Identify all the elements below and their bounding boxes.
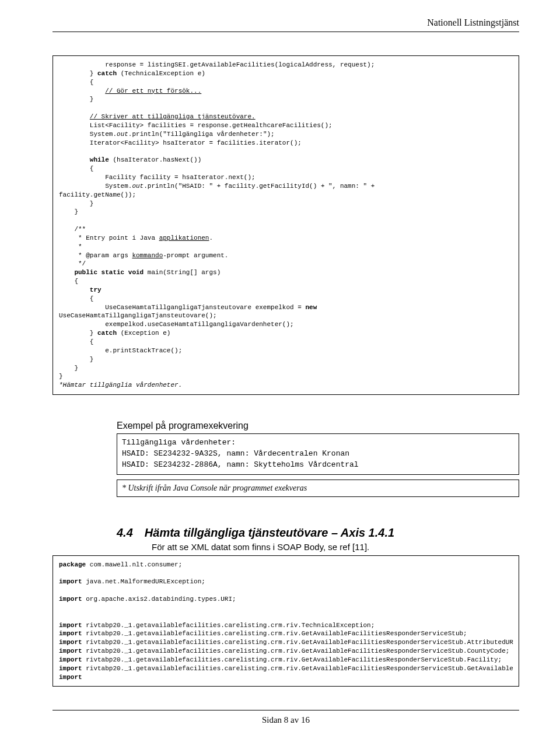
javadoc-line: * @param args <box>59 252 132 259</box>
code-line: java.net.MalformedURLException; <box>82 578 205 585</box>
code-line <box>59 286 90 293</box>
console-output-note-box: * Utskrift ifrån Java Console när progra… <box>117 480 519 497</box>
code-line: com.mawell.nlt.consumer; <box>86 561 182 568</box>
code-line: main(String[] args) <box>144 269 220 276</box>
code-line: UseCaseHamtaTillgangligaTjansteutovare()… <box>59 312 217 319</box>
heading-number: 4.4 <box>117 526 133 539</box>
console-line: HSAID: SE234232-9A32S, namn: Vårdecentra… <box>122 449 349 458</box>
code-line: (hsaIterator.hasNext()) <box>109 156 201 163</box>
code-line: { <box>59 295 93 302</box>
javadoc-underline: applikationen <box>159 235 209 242</box>
keyword-try: try <box>90 286 102 293</box>
javadoc-line: /** <box>59 226 86 233</box>
javadoc-line: * <box>59 243 82 250</box>
code-block-1: response = listingSEI.getAvailableFacili… <box>52 55 519 395</box>
code-line: { <box>59 165 93 172</box>
code-line: } <box>59 96 93 103</box>
code-line: System. <box>59 183 132 190</box>
keyword-public-static-void: public static void <box>74 269 144 276</box>
code-line: rivtabp20._1.getavailablefacilities.care… <box>82 639 513 646</box>
code-block-2: package com.mawell.nlt.consumer; import … <box>52 555 519 687</box>
code-line: response = listingSEI.getAvailableFacili… <box>59 61 374 68</box>
keyword-package: package <box>59 561 86 568</box>
comment: // Skriver att tillgängliga tjänsteutöva… <box>90 113 256 120</box>
code-line: Facility facility = hsaIterator.next(); <box>59 174 256 181</box>
console-line: Tillgängliga vårdenheter: <box>122 438 236 447</box>
code-line: rivtabp20._1.getavailablefacilities.care… <box>82 648 510 654</box>
code-line: System. <box>59 131 117 138</box>
code-line: } <box>59 208 78 215</box>
code-line: } <box>59 200 93 207</box>
javadoc-line: */ <box>59 260 86 267</box>
code-line <box>59 113 90 120</box>
keyword-new: new <box>305 304 317 311</box>
code-line: rivtabp20._1.getavailablefacilities.care… <box>82 630 467 637</box>
keyword-while: while <box>90 156 109 163</box>
code-line: exempelkod.useCaseHamtaTillgangligaVarde… <box>59 321 294 328</box>
keyword-import: import <box>59 665 82 672</box>
code-line: rivtabp20._1.getavailablefacilities.care… <box>82 656 502 663</box>
section-heading-4-4: 4.4Hämta tillgängliga tjänsteutövare – A… <box>117 526 519 540</box>
code-line: org.apache.axis2.databinding.types.URI; <box>82 596 236 603</box>
code-line: { <box>59 278 78 285</box>
code-line <box>59 88 105 94</box>
keyword-import: import <box>59 648 82 654</box>
code-line: (Exception e) <box>117 330 170 337</box>
code-line <box>59 269 74 276</box>
code-line: UseCaseHamtaTillgangligaTjansteutovare e… <box>59 304 305 311</box>
code-line: } <box>59 365 78 372</box>
code-line: } <box>59 356 93 363</box>
code-line: { <box>59 338 93 345</box>
code-line: rivtabp20._1.getavailablefacilities.care… <box>82 622 375 629</box>
static-ref: out <box>117 131 128 138</box>
console-output-box: Tillgängliga vårdenheter: HSAID: SE23423… <box>117 433 519 475</box>
code-line: .println("Tillgängliga vårdenheter:"); <box>128 131 275 138</box>
keyword-import: import <box>59 578 82 585</box>
keyword-catch: catch <box>97 70 117 77</box>
code-line: } <box>59 330 97 337</box>
heading-text: Hämta tillgängliga tjänsteutövare – Axis… <box>145 526 394 539</box>
code-line: } <box>59 373 63 380</box>
keyword-import: import <box>59 596 82 603</box>
code-line: facility.getName()); <box>59 191 136 198</box>
code-line: .println("HSAID: " + facility.getFacilit… <box>144 183 374 190</box>
static-ref: out <box>132 183 144 190</box>
page-header-title: Nationell Listningstjänst <box>52 18 519 28</box>
javadoc-line: * Entry point i Java <box>59 235 159 242</box>
code-line: e.printStackTrace(); <box>59 347 182 354</box>
code-line: (TechnicalException e) <box>117 70 205 77</box>
keyword-import: import <box>59 674 82 681</box>
code-line: { <box>59 79 93 86</box>
console-line: HSAID: SE234232-2886A, namn: Skytteholms… <box>122 460 359 469</box>
code-line: List<Facility> facilities = response.get… <box>59 122 332 129</box>
comment: // Gör ett nytt försök... <box>105 88 201 94</box>
console-output-note: * Utskrift ifrån Java Console när progra… <box>122 484 307 492</box>
keyword-import: import <box>59 656 82 663</box>
header-rule <box>52 32 519 32</box>
keyword-catch: catch <box>97 330 117 337</box>
code-line: } <box>59 70 97 77</box>
page-footer: Sidan 8 av 16 <box>52 710 519 725</box>
javadoc-underline: kommando <box>132 252 163 259</box>
keyword-import: import <box>59 630 82 637</box>
keyword-import: import <box>59 639 82 646</box>
code-footer-note: *Hämtar tillgänglia vårdenheter. <box>59 382 182 388</box>
code-line: Iterator<Facility> hsaIterator = facilit… <box>59 139 302 146</box>
javadoc-line: -prompt argument. <box>163 252 228 259</box>
code-line: rivtabp20._1.getavailablefacilities.care… <box>82 665 513 672</box>
javadoc-line: . <box>209 235 213 242</box>
code-line <box>59 156 90 163</box>
exempel-section-title: Exempel på programexekvering <box>117 421 519 431</box>
keyword-import: import <box>59 622 82 629</box>
heading-subtext: För att se XML datat som finns i SOAP Bo… <box>152 542 519 552</box>
